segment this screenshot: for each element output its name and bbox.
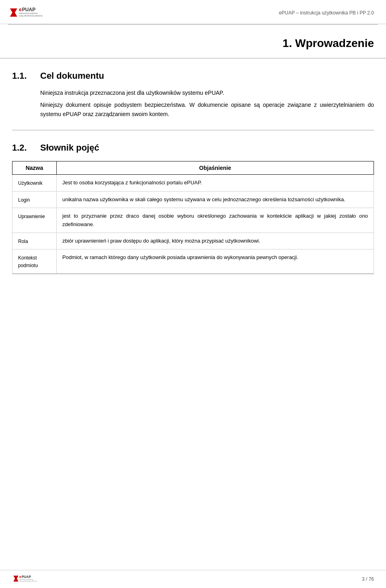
def-uzytkownik: Jest to osoba korzystająca z funkcjonaln… (57, 175, 374, 192)
section-1-1-title: Cel dokumentu (40, 71, 104, 81)
chapter-title-section: 1. Wprowadzenie (0, 25, 386, 59)
svg-text:PUAP: PUAP (22, 575, 31, 579)
section-1-1-body: Niniejsza instrukcja przeznaczona jest d… (40, 88, 374, 118)
content-area: 1.1. Cel dokumentu Niniejsza instrukcja … (0, 59, 386, 274)
term-uzytkownik: Użytkownik (12, 175, 57, 192)
footer-page-number: 3 / 76 (362, 576, 374, 582)
svg-text:PUAP: PUAP (22, 7, 35, 12)
col-header-objasnienie: Objaśnienie (57, 161, 374, 175)
section-1-2: 1.2. Słownik pojęć Nazwa Objaśnienie Uży… (12, 131, 374, 274)
svg-text:usług administracji publicznej: usług administracji publicznej (19, 580, 37, 582)
table-row: Login unikalna nazwa użytkownika w skali… (12, 191, 374, 208)
term-kontekst: Kontekst podmiotu (12, 249, 57, 274)
def-kontekst: Podmiot, w ramach którego dany użytkowni… (57, 249, 374, 274)
table-header-row: Nazwa Objaśnienie (12, 161, 374, 175)
def-login: unikalna nazwa użytkownika w skali całeg… (57, 191, 374, 208)
page-header: e PUAP elektroniczna platforma usług adm… (0, 0, 386, 24)
svg-text:elektroniczna platforma: elektroniczna platforma (19, 579, 33, 580)
epuap-logo-icon: e PUAP elektroniczna platforma usług adm… (8, 6, 56, 20)
footer-epuap-logo-icon: e PUAP elektroniczna platforma usług adm… (12, 574, 48, 585)
svg-marker-0 (10, 8, 17, 16)
term-rola: Rola (12, 233, 57, 249)
svg-text:e: e (19, 7, 22, 12)
chapter-title-text: Wprowadzenie (295, 37, 374, 49)
section-1-1-para-1: Niniejsza instrukcja przeznaczona jest d… (40, 88, 374, 97)
footer-logo: e PUAP elektroniczna platforma usług adm… (12, 574, 48, 585)
def-rola: zbiór uprawnienień i praw dostępu do apl… (57, 233, 374, 249)
svg-text:elektroniczna platforma: elektroniczna platforma (19, 12, 38, 14)
logo-area: e PUAP elektroniczna platforma usług adm… (8, 6, 56, 20)
header-subtitle: ePUAP – instrukcja użytkownika PB i PP 2… (279, 10, 374, 16)
svg-text:usług administracji publicznej: usług administracji publicznej (19, 15, 42, 17)
term-uprawnienie: Uprawnienie (12, 208, 57, 233)
section-1-1-number: 1.1. (12, 71, 32, 81)
term-login: Login (12, 191, 57, 208)
section-1-1: 1.1. Cel dokumentu Niniejsza instrukcja … (12, 59, 374, 131)
svg-text:e: e (19, 575, 21, 579)
section-1-1-header: 1.1. Cel dokumentu (12, 71, 374, 81)
def-uprawnienie: jest to przyznanie przez draco danej oso… (57, 208, 374, 233)
section-1-2-header: 1.2. Słownik pojęć (12, 143, 374, 153)
chapter-title: 1. Wprowadzenie (12, 37, 374, 50)
col-header-nazwa: Nazwa (12, 161, 57, 175)
glossary-table: Nazwa Objaśnienie Użytkownik Jest to oso… (12, 161, 374, 274)
page-footer: e PUAP elektroniczna platforma usług adm… (0, 570, 386, 588)
table-row: Rola zbiór uprawnienień i praw dostępu d… (12, 233, 374, 249)
section-1-1-para-2: Niniejszy dokument opisuje podsystem bez… (40, 100, 374, 118)
table-row: Kontekst podmiotu Podmiot, w ramach któr… (12, 249, 374, 274)
table-row: Użytkownik Jest to osoba korzystająca z … (12, 175, 374, 192)
table-row: Uprawnienie jest to przyznanie przez dra… (12, 208, 374, 233)
svg-marker-5 (13, 576, 18, 582)
section-1-2-number: 1.2. (12, 143, 32, 153)
section-1-2-title: Słownik pojęć (40, 143, 99, 153)
chapter-number: 1. (283, 37, 292, 49)
